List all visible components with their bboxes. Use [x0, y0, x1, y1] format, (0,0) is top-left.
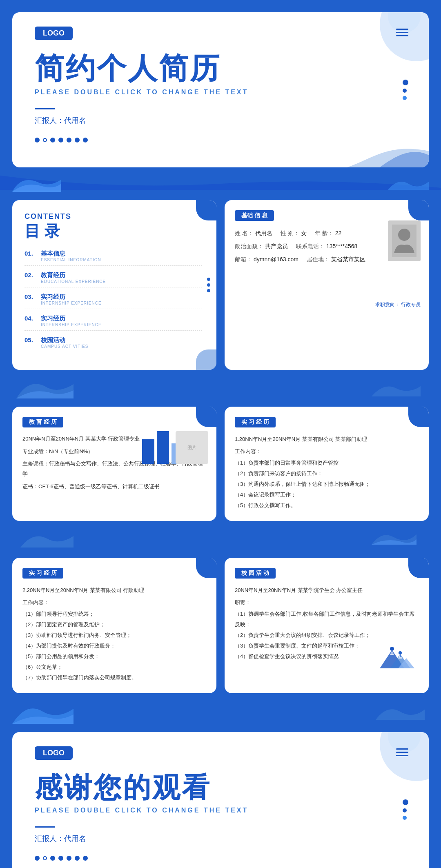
- contents-item-2: 02. 教育经历 EDUCATIONAL EXPERIENCE: [24, 272, 202, 287]
- contents-card: CONTENTS 目 录 01. 基本信息 ESSENTIAL INFORMAT…: [12, 200, 216, 370]
- edu-section-badge: 教 育 经 历: [22, 417, 63, 427]
- practice2-inner: 实 习 经 历 2.20NN年N月至20NN年N月 某某有限公司 行政助理 工作…: [12, 558, 216, 693]
- dot2-1: [35, 856, 40, 861]
- practice1-item-1: （1）负责本部门的日常事务管理和资产管控: [235, 458, 419, 468]
- practice1-item-5: （5）行政公文撰写工作。: [235, 500, 419, 511]
- svg-point-7: [390, 647, 394, 651]
- svg-point-9: [399, 651, 402, 654]
- contents-item-1: 01. 基本信息 ESSENTIAL INFORMATION: [24, 250, 202, 266]
- campus-section-badge: 校 园 活 动: [235, 568, 276, 579]
- practice2-item-6: （6）公文起草；: [22, 662, 206, 672]
- divider-2: [35, 826, 55, 828]
- svg-point-1: [398, 229, 410, 241]
- basic-info-card: 基础 信 息 姓 名： 代用名: [225, 200, 429, 370]
- basic-info-inner: 基础 信 息 姓 名： 代用名: [225, 200, 429, 314]
- contents-title-en: CONTENTS: [24, 212, 202, 221]
- contents-title-cn: 目 录: [24, 221, 202, 242]
- section-badge-basic: 基础 信 息: [235, 210, 274, 221]
- main-title: 简约个人简历: [35, 52, 406, 85]
- practice2-item-4: （4）为部门提供及时有效的行政服务；: [22, 641, 206, 651]
- practice2-card: 实 习 经 历 2.20NN年N月至20NN年N月 某某有限公司 行政助理 工作…: [12, 558, 216, 693]
- contents-inner: CONTENTS 目 录 01. 基本信息 ESSENTIAL INFORMAT…: [12, 200, 216, 370]
- dot2-3: [50, 856, 55, 861]
- practice1-item-3: （3）沟通内外联系，保证上情下达和下情上报畅通无阻；: [235, 479, 419, 490]
- dot2-5: [67, 856, 71, 861]
- page-indicator: [35, 138, 406, 142]
- dot-2: [43, 138, 47, 142]
- page-indicator-2: [35, 856, 406, 861]
- practice1-inner: 实 习 经 历 1.20NN年N月至20NN年N月 某某有限公司 某某部门助理 …: [225, 407, 429, 521]
- thank-you-title: 感谢您的观看: [35, 772, 406, 803]
- divider: [35, 108, 55, 109]
- contents-item-5: 05. 校园活动 CAMPUS ACTIVITIES: [24, 336, 202, 352]
- menu-icon[interactable]: [396, 29, 408, 36]
- thank-you-subtitle-en: PLEASE DOUBLE CLICK TO CHANGE THE TEXT: [35, 807, 406, 814]
- campus-card: 校 园 活 动 20NN年N月至20NN年N月 某某学院学生会 办公室主任 职责…: [225, 558, 429, 693]
- logo-badge-2: LOGO: [35, 746, 406, 772]
- edu-inner: 教 育 经 历 图片 20NN年N月至20NN年N月 某某大学 行政管理专业 专…: [12, 407, 216, 521]
- dot-4: [58, 138, 63, 142]
- education-card: 教 育 经 历 图片 20NN年N月至20NN年N月 某某大学 行政管理专业 专…: [12, 407, 216, 521]
- reporter-label-2: 汇报人：代用名: [35, 834, 406, 844]
- job-target: 求职意向： 行政专员: [375, 301, 421, 308]
- reporter-label: 汇报人：代用名: [35, 116, 406, 125]
- dot2-7: [83, 856, 88, 861]
- dot-1: [35, 138, 40, 142]
- dot2-4: [58, 856, 63, 861]
- practice2-section-badge: 实 习 经 历: [22, 568, 63, 579]
- practice1-card: 实 习 经 历 1.20NN年N月至20NN年N月 某某有限公司 某某部门助理 …: [225, 407, 429, 521]
- dot2-6: [75, 856, 80, 861]
- practice1-content: 1.20NN年N月至20NN年N月 某某有限公司 某某部门助理 工作内容： （1…: [235, 434, 419, 511]
- practice1-section-badge: 实 习 经 历: [235, 417, 276, 427]
- edu-image-placeholder: 图片: [176, 431, 208, 464]
- campus-item-2: （2）负责学生会重大会议的组织安排、会议记录等工作；: [235, 630, 419, 641]
- thank-you-slide: LOGO 感谢您的观看 PLEASE DOUBLE CLICK TO CHANG…: [12, 732, 429, 868]
- practice2-content: 2.20NN年N月至20NN年N月 某某有限公司 行政助理 工作内容： （1）部…: [22, 585, 206, 683]
- logo-badge: LOGO: [35, 27, 406, 52]
- practice2-item-2: （2）部门固定资产的管理及维护；: [22, 619, 206, 630]
- practice1-item-4: （4）会议记录撰写工作；: [235, 490, 419, 500]
- practice2-item-5: （5）部门公用品的领用和分发；: [22, 651, 206, 662]
- practice2-item-1: （1）部门领导行程安排统筹；: [22, 609, 206, 619]
- menu-icon-2[interactable]: [396, 748, 408, 756]
- dot-3: [50, 138, 55, 142]
- slide-dots-right: [403, 80, 408, 100]
- dot-5: [67, 138, 71, 142]
- practice2-item-3: （3）协助部门领导进行部门内务、安全管理；: [22, 630, 206, 641]
- dot2-2: [43, 856, 47, 860]
- practice2-item-7: （7）协助部门领导在部门内落实公司规章制度。: [22, 672, 206, 683]
- campus-inner: 校 园 活 动 20NN年N月至20NN年N月 某某学院学生会 办公室主任 职责…: [225, 558, 429, 680]
- slide-dots-right-2: [403, 799, 408, 820]
- dot-7: [83, 138, 88, 142]
- contents-item-4: 04. 实习经历 INTERNSHIP EXPERIENCE: [24, 315, 202, 331]
- title-slide: LOGO 简约个人简历 PLEASE DOUBLE CLICK TO CHANG…: [12, 12, 429, 167]
- campus-item-1: （1）协调学生会各部门工作,收集各部门工作信息，及时向老师和学生会主席反映；: [235, 609, 419, 630]
- mountain-decoration: [372, 644, 421, 674]
- avatar: [388, 220, 421, 261]
- contents-item-3: 03. 实习经历 INTERNSHIP EXPERIENCE: [24, 293, 202, 309]
- dot-6: [75, 138, 80, 142]
- subtitle-en: PLEASE DOUBLE CLICK TO CHANGE THE TEXT: [35, 89, 406, 96]
- practice1-item-2: （2）负责部门来访客户的接待工作；: [235, 468, 419, 479]
